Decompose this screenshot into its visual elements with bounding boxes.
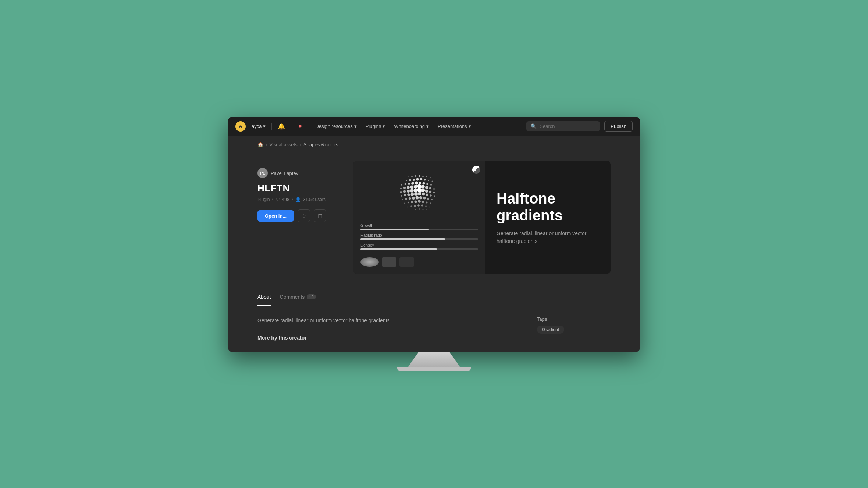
main-content: PL Pavel Laptev HLFTN Plugin • ♡ 498 • 👤… <box>228 153 640 289</box>
svg-point-43 <box>421 189 425 192</box>
preview-toggle-button[interactable] <box>472 166 480 174</box>
density-label: Density <box>360 243 478 247</box>
author-name: Pavel Laptev <box>271 171 298 176</box>
breadcrumb-visual-assets[interactable]: Visual assets <box>269 142 297 147</box>
svg-point-42 <box>417 188 421 192</box>
svg-point-56 <box>434 195 435 197</box>
svg-point-6 <box>422 176 424 177</box>
radius-ratio-control: Radius ratio <box>360 233 478 240</box>
svg-point-29 <box>407 186 410 189</box>
heart-icon: ♡ <box>276 197 280 202</box>
breadcrumb-home[interactable]: 🏠 <box>257 142 263 147</box>
nav-design-resources[interactable]: Design resources ▾ <box>312 121 360 131</box>
preview-right: Halftone gradients Generate radial, line… <box>485 161 611 274</box>
svg-point-4 <box>415 175 416 177</box>
svg-point-20 <box>408 183 410 185</box>
svg-point-26 <box>430 184 432 186</box>
svg-point-25 <box>426 183 428 185</box>
author-row: PL Pavel Laptev <box>257 168 338 178</box>
plugin-info: PL Pavel Laptev HLFTN Plugin • ♡ 498 • 👤… <box>257 161 338 274</box>
svg-point-34 <box>425 186 428 189</box>
svg-point-65 <box>431 199 433 200</box>
bookmark-button[interactable]: ⊟ <box>314 209 326 222</box>
svg-point-76 <box>414 205 416 207</box>
svg-point-44 <box>425 190 428 193</box>
preview-card: Growth Radius ratio Densit <box>353 161 611 274</box>
svg-point-14 <box>420 178 422 180</box>
users-icon: 👤 <box>295 197 301 202</box>
svg-point-57 <box>402 199 403 200</box>
svg-point-1 <box>404 177 405 178</box>
svg-point-37 <box>400 191 402 193</box>
svg-point-74 <box>407 207 408 207</box>
svg-point-81 <box>412 209 412 210</box>
svg-point-83 <box>419 208 420 210</box>
radius-ratio-label: Radius ratio <box>360 233 478 237</box>
svg-point-46 <box>433 192 435 193</box>
notifications-icon[interactable]: 🔔 <box>278 123 285 130</box>
like-button[interactable]: ♡ <box>298 209 310 222</box>
search-input[interactable] <box>540 123 595 129</box>
density-slider[interactable] <box>360 248 478 250</box>
svg-point-8 <box>430 177 431 178</box>
description-section: Generate radial, linear or unform vector… <box>228 306 640 352</box>
svg-point-41 <box>414 189 418 193</box>
svg-point-78 <box>421 205 423 207</box>
publish-button[interactable]: Publish <box>604 121 633 132</box>
nav-divider-2 <box>291 123 291 130</box>
username-label[interactable]: ayca ▾ <box>252 123 266 129</box>
svg-point-47 <box>401 195 402 197</box>
svg-point-48 <box>404 194 406 196</box>
user-avatar[interactable]: A <box>235 121 246 132</box>
svg-point-35 <box>429 187 431 189</box>
growth-slider[interactable] <box>360 229 478 230</box>
halftone-sphere <box>397 172 441 216</box>
svg-point-2 <box>408 176 409 177</box>
svg-point-38 <box>403 190 406 193</box>
search-bar[interactable]: 🔍 <box>526 121 600 131</box>
density-control: Density <box>360 243 478 250</box>
svg-point-9 <box>402 181 403 182</box>
svg-point-3 <box>411 176 413 177</box>
preview-left: Growth Radius ratio Densit <box>353 161 485 274</box>
svg-point-62 <box>419 196 422 199</box>
svg-point-30 <box>410 186 414 189</box>
svg-point-36 <box>433 188 435 190</box>
nav-plugins[interactable]: Plugins ▾ <box>362 121 389 131</box>
nav-right: 🔍 Publish <box>526 121 633 132</box>
svg-point-67 <box>408 202 409 203</box>
svg-point-18 <box>401 184 402 186</box>
radius-ratio-slider[interactable] <box>360 238 478 240</box>
shape-rect-1 <box>382 257 396 267</box>
shape-oval <box>360 257 379 267</box>
svg-point-58 <box>405 198 407 200</box>
plugin-actions: Open in... ♡ ⊟ <box>257 209 338 222</box>
preview-title: Halftone gradients <box>497 190 600 224</box>
nav-links: Design resources ▾ Plugins ▾ Whiteboardi… <box>312 121 520 131</box>
nav-whiteboarding[interactable]: Whiteboarding ▾ <box>390 121 433 131</box>
browser-window: A ayca ▾ 🔔 ✦ Design resources ▾ Plugins … <box>228 117 640 352</box>
open-in-button[interactable]: Open in... <box>257 210 294 222</box>
tab-about[interactable]: About <box>257 289 271 306</box>
svg-point-11 <box>409 179 411 181</box>
svg-point-77 <box>417 204 420 207</box>
svg-point-84 <box>423 209 424 210</box>
svg-point-71 <box>422 201 424 203</box>
tag-gradient[interactable]: Gradient <box>537 326 564 334</box>
controls-area: Growth Radius ratio Densit <box>360 223 478 250</box>
svg-point-27 <box>400 188 402 189</box>
preview-shapes <box>360 257 478 267</box>
tags-section: Tags Gradient <box>537 316 611 342</box>
svg-point-50 <box>411 193 414 196</box>
tab-comments[interactable]: Comments 10 <box>280 289 316 306</box>
svg-point-32 <box>417 184 421 189</box>
navbar: A ayca ▾ 🔔 ✦ Design resources ▾ Plugins … <box>228 117 640 136</box>
svg-point-24 <box>423 182 425 185</box>
svg-point-21 <box>411 182 414 185</box>
svg-point-49 <box>407 193 410 196</box>
svg-point-60 <box>412 197 415 200</box>
app-logo: ✦ <box>297 122 303 130</box>
heart-icon: ♡ <box>301 212 306 219</box>
svg-point-12 <box>413 179 415 181</box>
nav-presentations[interactable]: Presentations ▾ <box>434 121 475 131</box>
